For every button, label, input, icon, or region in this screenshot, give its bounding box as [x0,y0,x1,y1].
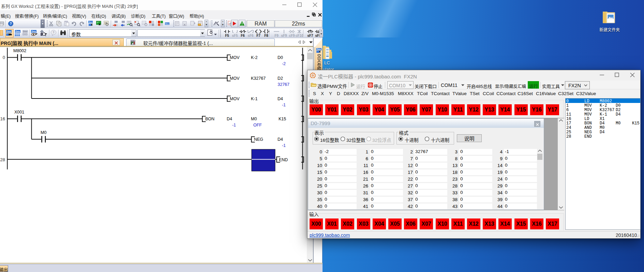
svg-text:Dev: Dev [317,48,321,50]
svg-text:K15: K15 [279,117,286,121]
svg-text:16: 16 [0,116,5,121]
svg-text:0: 0 [3,55,5,60]
svg-text:X001: X001 [14,110,24,115]
svg-text:D4: D4 [227,117,232,121]
svg-text:NEG: NEG [254,137,263,142]
svg-text:OFF: OFF [253,123,262,127]
svg-text:D2: D2 [278,76,283,81]
svg-text:M0: M0 [251,117,257,121]
svg-text:K-1: K-1 [251,96,258,101]
svg-text:D4: D4 [278,96,283,101]
svg-text:M8002: M8002 [13,48,26,53]
svg-text:32767: 32767 [278,82,289,87]
svg-text:M0: M0 [41,130,46,135]
svg-text:-1: -1 [232,123,236,127]
svg-text:K-2: K-2 [251,55,258,60]
svg-text:K32767: K32767 [251,76,266,81]
svg-text:MOV: MOV [230,96,240,101]
svg-text:BON: BON [205,117,214,121]
svg-text:END: END [279,157,288,162]
svg-text:-1: -1 [282,103,286,107]
svg-text:MOV: MOV [230,55,240,60]
svg-text:D4: D4 [278,137,283,142]
svg-text:28: 28 [0,157,5,162]
svg-text:-2: -2 [282,61,286,66]
svg-text:MOV: MOV [230,76,240,81]
svg-text:D0: D0 [278,55,283,60]
svg-text:-1: -1 [282,143,286,148]
